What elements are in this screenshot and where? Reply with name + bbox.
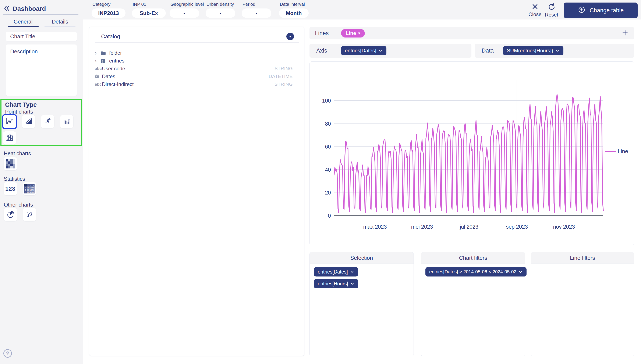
tree-item-label: User code bbox=[102, 66, 125, 72]
svg-text:40: 40 bbox=[325, 167, 331, 173]
tree-item-direct-indirect[interactable]: abc Direct-Indirect STRING bbox=[95, 80, 299, 88]
heatmap-icon bbox=[6, 159, 15, 168]
abc-icon: abc bbox=[95, 66, 100, 71]
reset-button[interactable]: Reset bbox=[545, 3, 558, 18]
chevron-down-icon bbox=[378, 48, 383, 53]
close-button[interactable]: Close bbox=[528, 3, 542, 17]
tree-item-dates[interactable]: Dates DATETIME bbox=[95, 72, 299, 80]
tree-item-type: STRING bbox=[275, 82, 293, 87]
filter-urban-density-value[interactable]: - bbox=[206, 8, 235, 18]
chart-type-pie-chart[interactable] bbox=[4, 208, 17, 221]
svg-text:80: 80 bbox=[325, 121, 331, 127]
heatmap-cell bbox=[11, 166, 13, 168]
back-dashboard-button[interactable]: Dashboard bbox=[4, 5, 46, 12]
selection-pill-label: entries[Dates] bbox=[318, 269, 348, 275]
tree-item-type: STRING bbox=[275, 66, 293, 72]
tree-item-label: Dates bbox=[102, 74, 115, 80]
chart-filter-pill-label: entries[Dates] > 2014-05-06 < 2024-05-02 bbox=[429, 269, 516, 274]
chart-type-heatmap[interactable] bbox=[4, 157, 17, 170]
catalog-select[interactable]: Catalog ▾ bbox=[95, 30, 299, 43]
filter-data-interval-value[interactable]: Month bbox=[279, 8, 309, 18]
help-button[interactable]: ? bbox=[4, 349, 12, 358]
tree-item-label: entries bbox=[109, 58, 125, 64]
heatmap-cell bbox=[13, 159, 15, 162]
data-label: Data bbox=[482, 48, 494, 54]
tree-item-user-code[interactable]: abc User code STRING bbox=[95, 64, 299, 72]
filter-period-value[interactable]: - bbox=[242, 8, 271, 18]
reset-label: Reset bbox=[545, 12, 558, 18]
chart-type-table[interactable]: 123A305060B601070C409080 bbox=[23, 182, 36, 195]
filter-label: INP 01 bbox=[133, 2, 166, 7]
tree-item-entries[interactable]: › entries bbox=[95, 57, 299, 64]
filter-label: Data interval bbox=[280, 2, 309, 7]
heatmap-cell bbox=[11, 164, 13, 166]
chart-filter-pill[interactable]: entries[Dates] > 2014-05-06 < 2024-05-02 bbox=[425, 267, 526, 276]
line-series-pill[interactable]: Line ▾ bbox=[341, 29, 365, 38]
tab-active-underline bbox=[8, 26, 39, 27]
chart-type-grouped-bar-chart[interactable] bbox=[3, 131, 16, 144]
svg-text:mei 2023: mei 2023 bbox=[411, 224, 433, 230]
catalog-dropdown-icon[interactable]: ▾ bbox=[286, 33, 294, 40]
statistics-label: Statistics bbox=[4, 176, 25, 182]
selection-panel: Selection entries[Dates] entries[Hours] bbox=[309, 252, 414, 356]
line-filters-panel: Line filters bbox=[531, 252, 634, 356]
tree-item-folder[interactable]: › folder bbox=[95, 49, 299, 57]
chart-filters-panel-title: Chart filters bbox=[421, 252, 525, 264]
triangle-down-icon: ▾ bbox=[358, 31, 360, 36]
tab-details-label: Details bbox=[52, 19, 68, 24]
chart-type-number[interactable]: 123 bbox=[4, 182, 17, 195]
heatmap-cell bbox=[6, 162, 8, 164]
change-table-button[interactable]: Change table bbox=[564, 2, 637, 18]
chart-title-input[interactable]: Chart Title bbox=[6, 32, 77, 41]
chart-type-area-chart[interactable] bbox=[22, 115, 35, 128]
axis-label: Axis bbox=[316, 48, 327, 54]
heatmap-cell bbox=[11, 162, 13, 164]
chart-type-line-chart[interactable] bbox=[3, 115, 16, 128]
tree-item-label: Direct-Indirect bbox=[102, 81, 134, 87]
selection-panel-title: Selection bbox=[310, 252, 414, 264]
catalog-select-label: Catalog bbox=[101, 33, 120, 40]
filter-data-interval: Data interval Month bbox=[279, 2, 309, 18]
filter-category-value[interactable]: INP2013 bbox=[92, 8, 126, 18]
folder-icon bbox=[100, 50, 108, 56]
area-chart-icon bbox=[25, 117, 33, 126]
svg-text:maa 2023: maa 2023 bbox=[363, 224, 387, 230]
chevron-down-icon bbox=[518, 270, 523, 274]
abc-icon: abc bbox=[95, 82, 100, 86]
svg-text:sep 2023: sep 2023 bbox=[506, 224, 528, 230]
lines-bar: Lines Line ▾ bbox=[309, 27, 634, 40]
chart-type-scatter-chart[interactable] bbox=[41, 115, 54, 128]
tree-item-type: DATETIME bbox=[269, 74, 293, 79]
page-title: Dashboard bbox=[13, 5, 46, 12]
number-123-icon: 123 bbox=[5, 186, 16, 192]
other-charts-label: Other charts bbox=[4, 202, 33, 208]
chart-type-bar-chart[interactable] bbox=[60, 115, 73, 128]
add-line-button[interactable] bbox=[622, 30, 628, 37]
tab-general-label: General bbox=[14, 19, 33, 24]
chevron-right-icon[interactable]: › bbox=[95, 59, 100, 63]
filter-inp01-value[interactable]: Sub-Ex bbox=[132, 8, 166, 18]
scatter-chart-icon bbox=[44, 117, 52, 126]
data-field-pill[interactable]: SUM(entries[Hours]) bbox=[503, 46, 563, 55]
change-table-label: Change table bbox=[590, 7, 624, 14]
grouped-bar-chart-icon bbox=[6, 134, 14, 142]
close-label: Close bbox=[528, 12, 542, 17]
chevron-right-icon[interactable]: › bbox=[95, 51, 100, 55]
filter-geographic-level-value[interactable]: - bbox=[170, 8, 199, 18]
selection-pill-hours[interactable]: entries[Hours] bbox=[314, 279, 358, 288]
axis-field-pill[interactable]: entries[Dates] bbox=[341, 46, 386, 55]
sidebar-header-divider bbox=[3, 14, 79, 14]
tab-details[interactable]: Details bbox=[45, 19, 76, 26]
question-mark-icon: ? bbox=[6, 350, 9, 356]
pie-chart-icon bbox=[6, 210, 15, 219]
plus-circle-icon bbox=[578, 6, 585, 15]
calendar-icon bbox=[95, 74, 100, 79]
description-input[interactable]: Description bbox=[6, 44, 77, 96]
selection-pill-dates[interactable]: entries[Dates] bbox=[314, 267, 358, 276]
tab-general[interactable]: General bbox=[8, 19, 39, 26]
data-field-label: SUM(entries[Hours]) bbox=[507, 48, 553, 54]
chart-type-map[interactable] bbox=[23, 208, 36, 221]
heatmap-cell bbox=[11, 159, 13, 162]
svg-text:60: 60 bbox=[325, 144, 331, 150]
axis-field-label: entries[Dates] bbox=[345, 48, 376, 54]
